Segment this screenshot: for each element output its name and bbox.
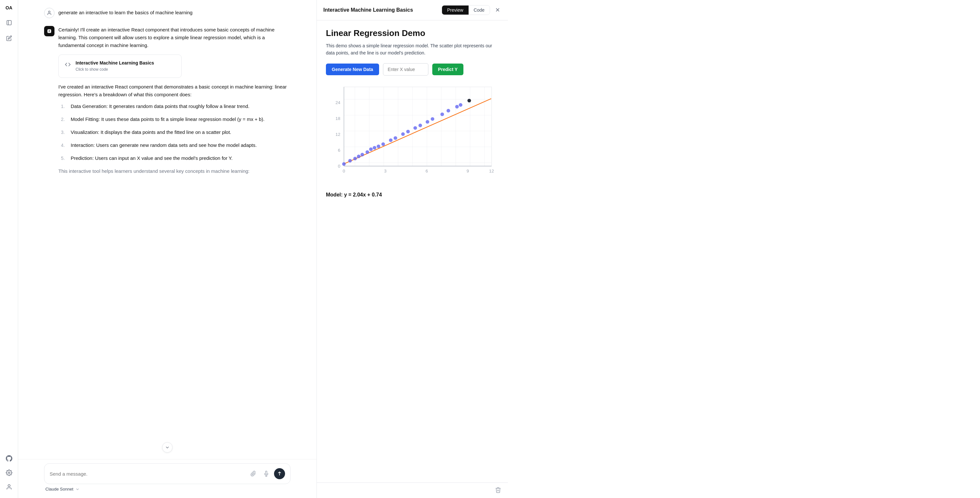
panel-toggle-icon[interactable] bbox=[3, 17, 15, 29]
input-box bbox=[44, 463, 291, 484]
tab-preview[interactable]: Preview bbox=[442, 5, 469, 14]
list-item-5: 5. Prediction: Users can input an X valu… bbox=[61, 154, 291, 162]
preview-content: Linear Regression Demo This demo shows a… bbox=[317, 21, 508, 482]
svg-point-2 bbox=[8, 472, 10, 474]
svg-point-3 bbox=[8, 485, 10, 487]
svg-point-39 bbox=[426, 120, 430, 124]
list-text-1: Data Generation: It generates random dat… bbox=[71, 102, 250, 110]
preview-panel: Interactive Machine Learning Basics Prev… bbox=[317, 0, 508, 498]
svg-point-37 bbox=[414, 126, 417, 130]
svg-text:3: 3 bbox=[384, 169, 387, 173]
list-item-4: 4. Interaction: Users can generate new r… bbox=[61, 142, 291, 149]
svg-point-23 bbox=[342, 162, 346, 165]
preview-panel-title: Interactive Machine Learning Basics bbox=[323, 7, 413, 13]
svg-text:6: 6 bbox=[425, 169, 428, 173]
input-actions bbox=[248, 468, 285, 479]
demo-description: This demo shows a simple linear regressi… bbox=[326, 42, 499, 57]
svg-point-24 bbox=[348, 159, 352, 162]
svg-text:12: 12 bbox=[336, 132, 340, 137]
svg-text:9: 9 bbox=[467, 169, 469, 173]
code-card[interactable]: Interactive Machine Learning Basics Clic… bbox=[58, 54, 181, 78]
list-num-5: 5. bbox=[61, 155, 67, 162]
user-message: generate an interactive to learn the bas… bbox=[44, 8, 291, 18]
svg-point-34 bbox=[394, 136, 397, 140]
list-item-3: 3. Visualization: It displays the data p… bbox=[61, 128, 291, 136]
svg-rect-0 bbox=[7, 21, 11, 25]
svg-point-25 bbox=[353, 157, 357, 160]
assistant-message: Certainly! I'll create an interactive Re… bbox=[44, 26, 291, 179]
preview-tabs: Preview Code bbox=[442, 5, 490, 15]
user-profile-icon[interactable] bbox=[3, 481, 15, 493]
feature-list: 1. Data Generation: It generates random … bbox=[58, 102, 291, 162]
svg-point-40 bbox=[431, 117, 434, 121]
list-num-1: 1. bbox=[61, 103, 67, 110]
predict-button[interactable]: Predict Y bbox=[432, 64, 463, 75]
code-card-info: Interactive Machine Learning Basics Clic… bbox=[76, 59, 154, 73]
scroll-down-indicator[interactable] bbox=[162, 442, 172, 453]
send-button[interactable] bbox=[274, 468, 285, 479]
demo-controls: Generate New Data Predict Y bbox=[326, 63, 499, 76]
delete-button[interactable] bbox=[495, 487, 501, 494]
list-num-2: 2. bbox=[61, 116, 67, 123]
assistant-followup: I've created an interactive React compon… bbox=[58, 83, 291, 99]
svg-point-32 bbox=[381, 142, 385, 146]
close-preview-button[interactable]: ✕ bbox=[494, 5, 501, 15]
svg-point-29 bbox=[369, 147, 372, 151]
svg-point-35 bbox=[401, 132, 405, 136]
list-text-2: Model Fitting: It uses these data points… bbox=[71, 115, 265, 123]
svg-text:18: 18 bbox=[336, 116, 340, 121]
x-value-input[interactable] bbox=[383, 63, 428, 76]
svg-text:12: 12 bbox=[489, 169, 494, 173]
svg-point-27 bbox=[361, 153, 364, 156]
attach-button[interactable] bbox=[248, 468, 258, 479]
user-message-text: generate an interactive to learn the bas… bbox=[58, 8, 192, 15]
list-num-3: 3. bbox=[61, 129, 67, 136]
svg-point-31 bbox=[377, 145, 380, 148]
svg-point-30 bbox=[372, 146, 376, 150]
svg-text:6: 6 bbox=[338, 148, 340, 153]
code-card-subtitle: Click to show code bbox=[76, 67, 154, 73]
scatter-chart: 0 6 12 18 24 0 3 6 9 12 bbox=[326, 83, 499, 184]
svg-point-36 bbox=[406, 130, 410, 133]
list-item-1: 1. Data Generation: It generates random … bbox=[61, 102, 291, 110]
chat-area: generate an interactive to learn the bas… bbox=[18, 0, 317, 498]
code-icon bbox=[65, 61, 71, 71]
settings-icon[interactable] bbox=[3, 467, 15, 479]
chart-container: 0 6 12 18 24 0 3 6 9 12 bbox=[326, 83, 499, 185]
svg-point-44 bbox=[459, 103, 463, 107]
user-avatar bbox=[44, 8, 54, 18]
model-name: Claude Sonnet bbox=[45, 487, 73, 492]
assistant-content: Certainly! I'll create an interactive Re… bbox=[58, 26, 291, 179]
model-selector[interactable]: Claude Sonnet bbox=[44, 484, 291, 493]
code-card-title: Interactive Machine Learning Basics bbox=[76, 59, 154, 67]
svg-point-28 bbox=[366, 150, 369, 154]
model-equation: Model: y = 2.04x + 0.74 bbox=[326, 192, 499, 198]
svg-point-38 bbox=[418, 124, 422, 127]
app-logo: OA bbox=[5, 5, 12, 10]
github-icon[interactable] bbox=[3, 453, 15, 464]
svg-point-43 bbox=[455, 105, 459, 108]
chat-messages: generate an interactive to learn the bas… bbox=[18, 0, 317, 459]
svg-point-41 bbox=[441, 113, 444, 116]
svg-point-33 bbox=[389, 138, 392, 142]
list-text-5: Prediction: Users can input an X value a… bbox=[71, 154, 232, 162]
tab-code[interactable]: Code bbox=[469, 5, 490, 14]
list-item-2: 2. Model Fitting: It uses these data poi… bbox=[61, 115, 291, 123]
svg-text:24: 24 bbox=[336, 100, 340, 105]
svg-point-26 bbox=[357, 155, 361, 158]
svg-text:0: 0 bbox=[338, 164, 340, 169]
chat-input-area: Claude Sonnet bbox=[18, 459, 317, 498]
preview-footer bbox=[317, 482, 508, 498]
list-num-4: 4. bbox=[61, 142, 67, 149]
new-chat-icon[interactable] bbox=[3, 32, 15, 44]
generate-data-button[interactable]: Generate New Data bbox=[326, 64, 379, 75]
mic-button[interactable] bbox=[261, 468, 271, 479]
svg-point-42 bbox=[447, 109, 450, 113]
list-text-3: Visualization: It displays the data poin… bbox=[71, 128, 231, 136]
assistant-avatar bbox=[44, 26, 54, 36]
list-text-4: Interaction: Users can generate new rand… bbox=[71, 142, 257, 149]
message-input[interactable] bbox=[49, 471, 245, 477]
demo-title: Linear Regression Demo bbox=[326, 28, 499, 38]
svg-text:0: 0 bbox=[343, 169, 345, 173]
trailing-text: This interactive tool helps learners und… bbox=[58, 167, 291, 175]
